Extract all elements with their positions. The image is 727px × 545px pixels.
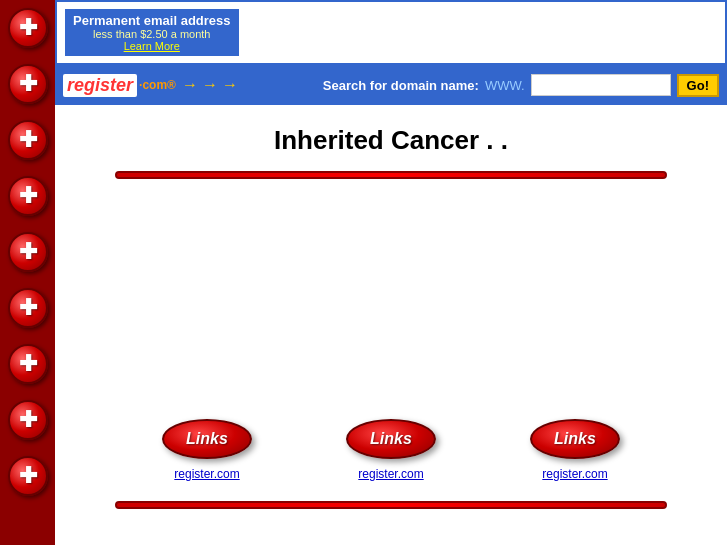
go-button[interactable]: Go! <box>677 74 719 97</box>
arrow-icon-3[interactable]: → <box>222 76 238 94</box>
cross-icon: ✚ <box>19 185 37 207</box>
register-logo-text: register <box>63 74 137 97</box>
links-button-3[interactable]: Links <box>530 419 620 459</box>
arrow-icon-2[interactable]: → <box>202 76 218 94</box>
main-content: Permanent email address less than $2.50 … <box>55 0 727 545</box>
sidebar-cross-2[interactable]: ✚ <box>6 62 50 106</box>
links-button-1-label: Links <box>186 430 228 448</box>
page-title: Inherited Cancer . . <box>85 125 697 156</box>
sidebar-cross-6[interactable]: ✚ <box>6 286 50 330</box>
cross-icon: ✚ <box>19 241 37 263</box>
cross-icon: ✚ <box>19 409 37 431</box>
nav-bar: register ·com® → → → Search for domain n… <box>55 65 727 105</box>
cross-icon: ✚ <box>19 465 37 487</box>
sidebar: ✚ ✚ ✚ ✚ ✚ ✚ ✚ ✚ ✚ <box>0 0 55 545</box>
cross-icon: ✚ <box>19 353 37 375</box>
link-item-3: Links register.com <box>530 419 620 481</box>
register-logo[interactable]: register ·com® <box>63 74 176 97</box>
links-section: Links register.com Links register.com Li… <box>115 419 667 481</box>
links-button-1[interactable]: Links <box>162 419 252 459</box>
arrow-icon-1[interactable]: → <box>182 76 198 94</box>
links-button-2[interactable]: Links <box>346 419 436 459</box>
nav-arrows: → → → <box>182 76 238 94</box>
sidebar-cross-4[interactable]: ✚ <box>6 174 50 218</box>
top-red-divider <box>115 171 667 179</box>
cross-icon: ✚ <box>19 297 37 319</box>
link-url-2[interactable]: register.com <box>358 467 423 481</box>
banner-ad[interactable]: Permanent email address less than $2.50 … <box>65 9 239 56</box>
cross-icon: ✚ <box>19 73 37 95</box>
links-button-3-label: Links <box>554 430 596 448</box>
banner-title: Permanent email address <box>73 13 231 28</box>
sidebar-cross-5[interactable]: ✚ <box>6 230 50 274</box>
link-item-1: Links register.com <box>162 419 252 481</box>
bottom-red-divider <box>115 501 667 509</box>
link-url-1[interactable]: register.com <box>174 467 239 481</box>
cross-icon: ✚ <box>19 129 37 151</box>
banner-subtitle: less than $2.50 a month <box>73 28 231 40</box>
banner-learn-more-link[interactable]: Learn More <box>73 40 231 52</box>
sidebar-cross-8[interactable]: ✚ <box>6 398 50 442</box>
sidebar-cross-3[interactable]: ✚ <box>6 118 50 162</box>
search-label: Search for domain name: <box>323 78 479 93</box>
sidebar-cross-7[interactable]: ✚ <box>6 342 50 386</box>
www-label: WWW. <box>485 78 525 93</box>
search-input[interactable] <box>531 74 671 96</box>
sidebar-cross-1[interactable]: ✚ <box>6 6 50 50</box>
cross-icon: ✚ <box>19 17 37 39</box>
link-url-3[interactable]: register.com <box>542 467 607 481</box>
link-item-2: Links register.com <box>346 419 436 481</box>
content-area <box>85 199 697 399</box>
dot-com-text: ·com® <box>139 78 176 92</box>
search-area: Search for domain name: WWW. Go! <box>323 74 719 97</box>
sidebar-cross-9[interactable]: ✚ <box>6 454 50 498</box>
page-body: Inherited Cancer . . Links register.com … <box>55 105 727 545</box>
links-button-2-label: Links <box>370 430 412 448</box>
top-banner: Permanent email address less than $2.50 … <box>55 0 727 65</box>
